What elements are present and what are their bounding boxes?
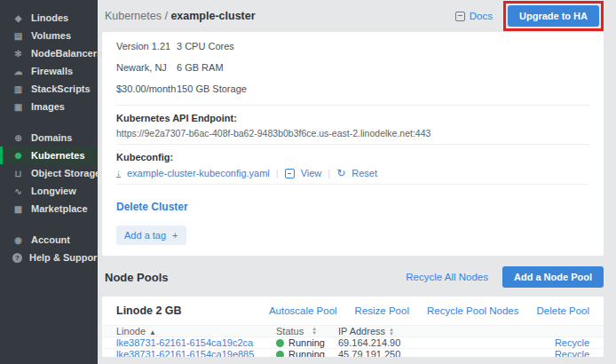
api-endpoint-section: Kubernetes API Endpoint: https://9e2a730… <box>116 105 589 138</box>
table-header-row: Linode▲ Status▲▼ IP Address▲▼ <box>102 325 604 337</box>
column-label: Status <box>276 326 304 336</box>
sidebar-item-domains[interactable]: ⊕ Domains <box>0 129 98 146</box>
sidebar-item-marketplace[interactable]: ▦ Marketplace <box>0 200 98 218</box>
recycle-pool-nodes-link[interactable]: Recycle Pool Nodes <box>427 305 519 316</box>
sidebar-item-firewalls[interactable]: ☁ Firewalls <box>0 62 98 80</box>
volumes-icon: ▤ <box>12 31 24 41</box>
sidebar-item-object-storage[interactable]: ⊔ Object Storage <box>0 164 98 182</box>
sidebar-item-volumes[interactable]: ▤ Volumes <box>0 27 98 44</box>
column-header-ip-address[interactable]: IP Address▲▼ <box>338 326 589 336</box>
delete-pool-link[interactable]: Delete Pool <box>537 305 589 316</box>
sidebar-item-label: NodeBalancers <box>31 48 102 59</box>
docs-link[interactable]: Docs <box>455 11 493 21</box>
kubeconfig-reset-link[interactable]: Reset <box>351 168 377 178</box>
pool-name: Linode 2 GB <box>116 305 182 317</box>
sort-icon: ▲▼ <box>312 327 317 336</box>
sidebar-item-kubernetes[interactable]: ☸ Kubernetes <box>0 146 98 164</box>
node-link[interactable]: lke38731-62161-6154ca19c2ca <box>116 337 253 348</box>
download-icon[interactable]: ↓ <box>116 169 121 178</box>
sidebar-item-account[interactable]: ◉ Account <box>0 231 98 249</box>
docs-icon <box>455 12 465 21</box>
resize-pool-link[interactable]: Resize Pool <box>355 305 409 316</box>
pool-action-links: Autoscale Pool Resize Pool Recycle Pool … <box>269 305 589 316</box>
sidebar-item-linodes[interactable]: ◆ Linodes <box>0 9 98 27</box>
node-pools-actions: Recycle All Nodes Add a Node Pool <box>406 266 604 288</box>
sidebar-item-longview[interactable]: ∿ Longview <box>0 182 98 200</box>
sort-asc-icon: ▲ <box>149 328 156 336</box>
breadcrumb-current: example-cluster <box>170 10 255 22</box>
recycle-node-link[interactable]: Recycle <box>555 349 589 357</box>
sidebar-item-nodebalancers[interactable]: ✻ NodeBalancers <box>0 44 98 62</box>
docs-label: Docs <box>470 11 493 21</box>
delete-cluster-section: Delete Cluster <box>116 184 589 214</box>
sidebar-item-label: Volumes <box>31 30 71 41</box>
separator: | <box>276 168 279 178</box>
api-endpoint-url: https://9e2a7307-b6ac-408f-ba62-9483b0b3… <box>116 128 589 138</box>
status-text: Running <box>288 337 325 348</box>
add-node-pool-button[interactable]: Add a Node Pool <box>502 266 604 288</box>
cluster-region: Newark, NJ <box>116 57 177 78</box>
sidebar-item-label: StackScripts <box>31 83 91 94</box>
page-header: Kubernetes / example-cluster Docs Upgrad… <box>102 0 604 32</box>
cluster-storage: 150 GB Storage <box>177 78 320 99</box>
table-row: lke38731-62161-6154ca19c2ca Running 69.1… <box>102 337 604 349</box>
add-tag-button[interactable]: Add a tag + <box>116 226 186 245</box>
separator: | <box>328 168 330 178</box>
longview-icon: ∿ <box>12 186 24 196</box>
cluster-specs: Version 1.21 3 CPU Cores Newark, NJ 6 GB… <box>116 36 320 99</box>
pool-card-header: Linode 2 GB Autoscale Pool Resize Pool R… <box>102 297 604 325</box>
cluster-cpu: 3 CPU Cores <box>177 36 320 57</box>
sidebar: ◆ Linodes ▤ Volumes ✻ NodeBalancers ☁ Fi… <box>0 0 98 364</box>
cluster-version: Version 1.21 <box>116 36 177 57</box>
kubeconfig-view-link[interactable]: View <box>301 168 322 178</box>
sidebar-item-label: Images <box>31 101 65 112</box>
delete-cluster-link[interactable]: Delete Cluster <box>116 201 188 213</box>
sidebar-item-label: Kubernetes <box>31 150 85 161</box>
table-row: lke38731-62161-6154ca19e885 Running 45.7… <box>102 349 604 357</box>
column-header-status[interactable]: Status▲▼ <box>276 326 338 336</box>
column-label: Linode <box>116 326 146 336</box>
sort-icon: ▲▼ <box>389 328 394 336</box>
status-running-icon <box>276 339 284 347</box>
recycle-all-nodes-link[interactable]: Recycle All Nodes <box>406 272 488 282</box>
api-endpoint-label: Kubernetes API Endpoint: <box>116 113 589 123</box>
cluster-summary-card: Version 1.21 3 CPU Cores Newark, NJ 6 GB… <box>102 32 604 256</box>
sidebar-item-help-support[interactable]: ? Help & Support <box>0 249 98 266</box>
autoscale-pool-link[interactable]: Autoscale Pool <box>269 305 337 316</box>
kubeconfig-download-link[interactable]: example-cluster-kubeconfig.yaml <box>127 168 270 178</box>
view-icon <box>285 169 295 178</box>
plus-icon: + <box>172 230 178 241</box>
sidebar-item-label: Account <box>31 234 70 245</box>
node-link[interactable]: lke38731-62161-6154ca19e885 <box>116 349 254 357</box>
sidebar-item-stackscripts[interactable]: ▥ StackScripts <box>0 80 98 98</box>
sidebar-section-divider <box>0 115 98 129</box>
add-tag-label: Add a tag <box>124 230 166 241</box>
sidebar-item-images[interactable]: ▣ Images <box>0 98 98 115</box>
column-header-linode[interactable]: Linode▲ <box>116 326 276 336</box>
kubeconfig-actions: ↓ example-cluster-kubeconfig.yaml | View… <box>116 168 589 178</box>
sidebar-item-label: Linodes <box>31 12 68 23</box>
main-content: Kubernetes / example-cluster Docs Upgrad… <box>98 0 616 364</box>
kubernetes-icon: ☸ <box>12 151 24 161</box>
linode-icon: ◆ <box>12 13 24 23</box>
sidebar-item-label: Longview <box>31 186 76 196</box>
sidebar-item-label: Marketplace <box>31 203 88 214</box>
object-storage-icon: ⊔ <box>12 169 24 178</box>
breadcrumb-kubernetes-link[interactable]: Kubernetes <box>105 10 162 22</box>
sidebar-item-label: Object Storage <box>31 168 100 178</box>
help-icon: ? <box>12 253 22 263</box>
header-actions: Docs Upgrade to HA <box>455 1 604 31</box>
cluster-price: $30.00/month <box>116 78 177 99</box>
recycle-node-link[interactable]: Recycle <box>555 337 589 348</box>
breadcrumb: Kubernetes / example-cluster <box>105 10 256 22</box>
sidebar-item-label: Help & Support <box>29 252 100 263</box>
cluster-ram: 6 GB RAM <box>177 57 320 78</box>
upgrade-to-ha-button[interactable]: Upgrade to HA <box>508 5 599 27</box>
firewalls-icon: ☁ <box>12 67 24 76</box>
reset-icon: ↻ <box>336 169 345 178</box>
breadcrumb-separator: / <box>164 10 167 22</box>
nodebalancers-icon: ✻ <box>12 49 24 59</box>
marketplace-icon: ▦ <box>12 204 24 214</box>
kubeconfig-section: Kubeconfig: ↓ example-cluster-kubeconfig… <box>116 144 589 178</box>
sidebar-item-label: Domains <box>31 132 72 143</box>
